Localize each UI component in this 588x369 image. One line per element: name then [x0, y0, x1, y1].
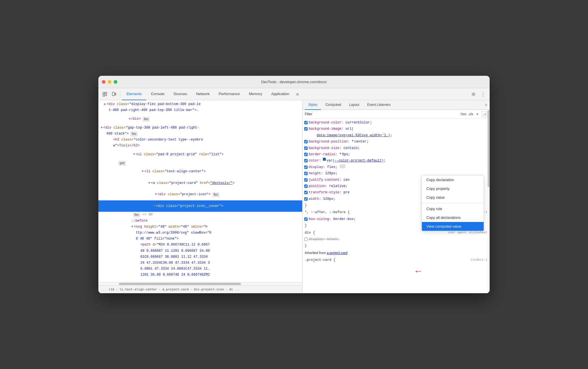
tab-layout[interactable]: Layout: [346, 100, 363, 110]
tab-memory[interactable]: Memory: [244, 88, 267, 100]
breadcrumb-item[interactable]: rid: [109, 288, 114, 291]
styles-panel: Styles Computed Layout Event Listeners »…: [303, 100, 490, 293]
tab-styles[interactable]: Styles: [305, 100, 321, 110]
device-icon[interactable]: [110, 90, 118, 98]
hover-filter[interactable]: :hov: [460, 112, 466, 116]
dom-line[interactable]: ▼ <li class="text-align-center">: [98, 166, 302, 177]
copy-value-item[interactable]: Copy value: [422, 193, 484, 202]
grid-icon[interactable]: [340, 164, 345, 168]
tab-console[interactable]: Console: [146, 88, 169, 100]
prop-checkbox[interactable]: [304, 140, 308, 143]
expand-icon[interactable]: ▼: [101, 125, 103, 131]
dom-line[interactable]: <h2 class="color-secondary-text type--ey…: [98, 137, 302, 143]
filter-bar: :hov .cls + ◁: [303, 110, 490, 118]
style-prop-background-color[interactable]: background-color: currentColor;: [303, 119, 490, 126]
dom-line[interactable]: ::before: [98, 218, 302, 224]
dom-line[interactable]: ▼ <div class="project-icon"> flex: [98, 189, 302, 200]
style-arrow-button[interactable]: ◁: [482, 111, 487, 117]
prop-checkbox[interactable]: [304, 121, 308, 124]
inherited-link[interactable]: a.project-card: [327, 251, 347, 255]
source-link[interactable]: (index):1: [471, 257, 487, 263]
tab-application[interactable]: Application: [267, 88, 294, 100]
minimize-button[interactable]: [108, 80, 111, 84]
dom-line[interactable]: ▶ <div class="display-flex pad-bottom-30…: [98, 101, 302, 107]
more-tabs-button[interactable]: »: [294, 88, 301, 100]
dom-line[interactable]: 24 47.3334C36.88 47.3334 47.3334 3: [98, 260, 302, 266]
dom-line[interactable]: 01C0.666687 36.8801 11.12 47.3334: [98, 254, 302, 260]
style-prop-display[interactable]: display: flex;: [303, 164, 490, 170]
copy-all-declarations-item[interactable]: Copy all declarations: [422, 213, 484, 222]
prop-checkbox[interactable]: [304, 197, 308, 201]
view-computed-value-item[interactable]: View computed value: [422, 222, 484, 231]
dom-line[interactable]: 1201 36.88 0.666748 24 0.666748ZM2: [98, 272, 302, 278]
prop-checkbox[interactable]: [304, 217, 308, 221]
color-swatch[interactable]: [323, 158, 326, 161]
prop-checkbox[interactable]: [304, 165, 308, 169]
expand-icon[interactable]: ▶: [104, 102, 106, 107]
prop-checkbox[interactable]: [304, 178, 308, 182]
dom-line[interactable]: ▼ <div class="gap-top-300 pad-left-400 p…: [98, 125, 302, 131]
prop-checkbox[interactable]: [304, 184, 308, 188]
prop-checkbox[interactable]: [304, 238, 308, 241]
tab-network[interactable]: Network: [192, 88, 214, 100]
style-prop-background-image[interactable]: background-image: url(: [303, 126, 490, 132]
copy-property-item[interactable]: Copy property: [422, 184, 484, 193]
dom-line[interactable]: t-400 pad-right-400 pad-top-300 title-ba…: [98, 107, 302, 113]
style-prop-url-link[interactable]: data:image/svg+xml,%3Csvg_width='1… );: [303, 132, 490, 139]
tab-computed[interactable]: Computed: [322, 100, 344, 110]
dom-line[interactable]: 6.8801 47.3334 24.0001C47.3334 11.: [98, 266, 302, 272]
styles-scrollbar[interactable]: [487, 100, 490, 293]
close-button[interactable]: [102, 80, 105, 84]
dom-line[interactable]: 400 stack"> flex: [98, 131, 302, 137]
tab-sources[interactable]: Sources: [169, 88, 192, 100]
style-prop-display-block[interactable]: display: block;: [303, 236, 490, 242]
dom-line[interactable]: grid: [98, 160, 302, 166]
dom-line[interactable]: w">Tools</h2>: [98, 143, 302, 149]
dom-line[interactable]: </div> flex: [98, 113, 302, 125]
maximize-button[interactable]: [114, 80, 117, 84]
prop-checkbox[interactable]: [304, 153, 308, 156]
dom-line[interactable]: 0 48 48" fill="none">: [98, 236, 302, 242]
prop-checkbox[interactable]: [304, 191, 308, 194]
tab-performance[interactable]: Performance: [214, 88, 244, 100]
svg-rect-3: [112, 92, 115, 96]
style-rule-project-card[interactable]: .project-card { (index):1: [303, 257, 490, 263]
copy-declaration-item[interactable]: Copy declaration: [422, 175, 484, 184]
style-prop-background-position[interactable]: background-position: ▶ center;: [303, 139, 490, 145]
breadcrumb-item[interactable]: a.project-card: [162, 288, 189, 291]
filter-input[interactable]: [305, 112, 458, 116]
prop-checkbox[interactable]: [304, 146, 308, 150]
style-prop-border-radius[interactable]: border-radius: ▶ 6px;: [303, 151, 490, 158]
dom-line[interactable]: 48 0.666687 11.1201 0.666687 24.00: [98, 248, 302, 254]
cls-filter[interactable]: .cls: [468, 112, 473, 116]
expand-icon[interactable]: ▼: [155, 192, 157, 197]
style-prop-background-size[interactable]: background-size: contain;: [303, 145, 490, 151]
prop-checkbox[interactable]: [304, 159, 308, 162]
inspector-icon[interactable]: [101, 90, 109, 98]
prop-checkbox[interactable]: [304, 127, 308, 131]
dom-line[interactable]: <path d="M24 0.666748C11.12 0.6667: [98, 242, 302, 248]
dom-scrollbar[interactable]: [98, 282, 302, 285]
dom-line[interactable]: ▼ <svg height="48" width="48" xmlns="h: [98, 224, 302, 230]
dom-line[interactable]: ▼ <ul class="pad-0 project-grid" role="l…: [98, 149, 302, 160]
dom-line-selected[interactable]: ▼ <div class="project-icon__cover">: [98, 200, 302, 212]
expand-icon[interactable]: ▼: [142, 169, 144, 174]
dom-line[interactable]: ttp://www.w3.org/2000/svg" viewBox="0: [98, 230, 302, 236]
dom-line[interactable]: ▼ <a class="project-card" href="devtools…: [98, 177, 302, 189]
flex-badge: flex: [212, 192, 220, 197]
copy-rule-item[interactable]: Copy rule: [422, 204, 484, 213]
style-prop-color[interactable]: color: var(--color-project-default);: [303, 158, 490, 164]
settings-icon[interactable]: [469, 90, 478, 98]
expand-icon[interactable]: ▼: [148, 181, 150, 186]
more-options-icon[interactable]: ⋮: [479, 90, 487, 98]
more-styles-tabs-button[interactable]: »: [485, 102, 487, 108]
tab-elements[interactable]: Elements: [122, 88, 146, 100]
tab-event-listeners[interactable]: Event Listeners: [364, 100, 394, 110]
expand-icon[interactable]: ▼: [131, 224, 133, 230]
add-style-button[interactable]: +: [475, 112, 480, 117]
expand-icon[interactable]: ▼: [133, 152, 135, 157]
breadcrumb-item[interactable]: di: [229, 288, 233, 291]
prop-checkbox[interactable]: [304, 172, 308, 175]
breadcrumb-item[interactable]: div.project-icon: [194, 288, 224, 291]
breadcrumb-item[interactable]: li.text-align-center: [119, 288, 157, 291]
